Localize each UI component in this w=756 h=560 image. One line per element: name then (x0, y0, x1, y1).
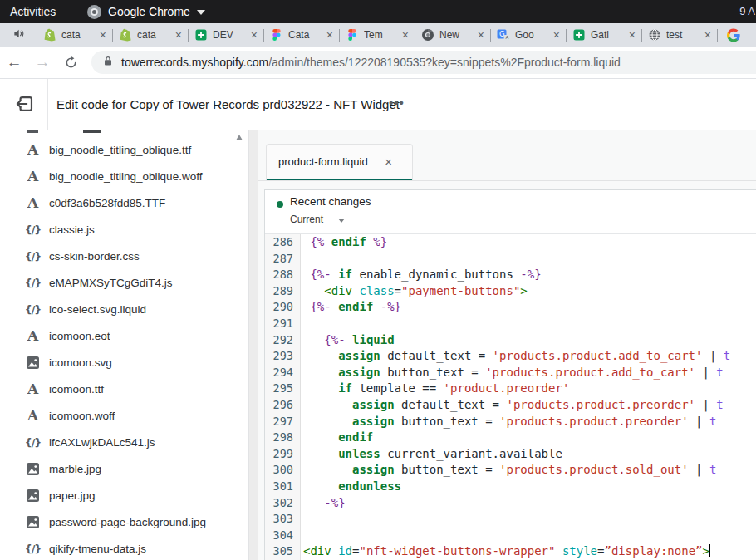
file-list-item[interactable]: Abig_noodle_titling_oblique.ttf (0, 136, 248, 163)
file-name: icomoon.svg (49, 356, 112, 369)
image-file-icon (26, 463, 40, 475)
file-name: icomoon.ttf (49, 383, 104, 395)
line-number: 299 (265, 446, 300, 463)
lock-icon[interactable] (103, 55, 113, 70)
line-number: 293 (265, 348, 300, 365)
chevron-down-icon[interactable] (338, 219, 345, 223)
exit-code-editor-button[interactable] (15, 94, 35, 114)
file-list-item[interactable]: {/}lfcAXLwjkDALc541.js (0, 429, 248, 455)
file-list-item[interactable]: Aicomoon.woff (0, 402, 248, 429)
tab-title: Gati (591, 28, 624, 42)
url-text: towerrecords.myshopify.com/admin/themes/… (121, 56, 621, 69)
browser-tab[interactable]: cata× (113, 23, 188, 47)
tab-title: Tem (364, 28, 397, 42)
code-line[interactable]: assign default_text = 'products.product.… (303, 348, 756, 365)
browser-tab[interactable] (718, 28, 755, 42)
file-list-item[interactable]: paper.jpg (0, 482, 248, 508)
scrollbar-up-arrow-icon[interactable] (236, 135, 243, 140)
browser-tab[interactable]: Cata× (264, 23, 339, 47)
code-line[interactable]: assign default_text = 'products.product.… (303, 397, 756, 414)
browser-tab[interactable]: cata× (37, 23, 112, 47)
code-line[interactable]: {%- endif -%} (303, 299, 756, 316)
line-number: 303 (265, 511, 300, 528)
browser-tab[interactable]: test× (642, 23, 717, 47)
line-number: 298 (265, 430, 300, 446)
line-number: 294 (265, 365, 300, 381)
code-line[interactable]: endunless (303, 479, 756, 495)
browser-tab[interactable]: DEV× (189, 23, 263, 47)
code-line[interactable]: endif (303, 430, 756, 446)
file-list-item[interactable]: Ac0df3a6b528fdd85.TTF (0, 189, 248, 216)
code-line[interactable]: <div class="payment-buttons"> (303, 283, 756, 300)
file-list-item[interactable]: {/}qikify-tmenu-data.js (0, 535, 248, 560)
url-bar[interactable]: towerrecords.myshopify.com/admin/themes/… (91, 51, 756, 74)
code-line[interactable]: if template == 'product.preorder' (303, 381, 756, 397)
file-list-item[interactable]: {/}classie.js (0, 216, 248, 243)
code-area[interactable]: 2862872882892902912922932942952962972982… (265, 234, 756, 560)
code-lines[interactable]: {% endif %} {%- if enable_dynamic_button… (301, 234, 756, 560)
forward-button[interactable]: → (28, 53, 56, 71)
browser-tab[interactable]: Gati× (567, 23, 641, 47)
file-list-item[interactable]: {/}ico-select.svg.liquid (0, 296, 248, 322)
tab-close-button[interactable]: × (478, 29, 484, 41)
file-list-item[interactable]: password-page-background.jpg (0, 508, 248, 535)
tab-title-fade (159, 28, 170, 42)
code-line[interactable]: <div id="nft-widget-buttons-wrapper" sty… (303, 543, 756, 560)
file-list-item[interactable]: marble.jpg (0, 455, 248, 482)
editor-tab-close-button[interactable]: × (385, 145, 392, 179)
page-title: Edit code for Copy of Tower Records prd0… (56, 79, 400, 130)
code-line[interactable]: unless current_variant.available (303, 446, 756, 463)
tab-close-button[interactable]: × (100, 29, 106, 41)
tab-close-button[interactable]: × (553, 29, 560, 41)
audio-indicator (0, 27, 37, 43)
code-file-icon: {/} (26, 224, 40, 236)
code-line[interactable]: assign button_text = 'products.product.p… (303, 414, 756, 430)
file-list-item[interactable]: {/}cs-skin-border.css (0, 243, 248, 269)
more-actions-button[interactable]: ••• (389, 79, 405, 127)
tab-title: Goo (515, 28, 548, 42)
code-line[interactable]: assign button_text = 'products.product.a… (303, 365, 756, 381)
code-line[interactable] (303, 511, 756, 528)
editor-header: Recent changes Current (265, 190, 756, 234)
editor-file-tab[interactable]: product-form.liquid × (266, 144, 413, 181)
tab-close-button[interactable]: × (704, 29, 711, 41)
file-name: classie.js (49, 224, 95, 236)
sheets-icon (572, 28, 586, 42)
code-line[interactable] (303, 528, 756, 544)
tab-close-button[interactable]: × (251, 29, 258, 41)
app-menu[interactable]: Google Chrome (87, 0, 205, 23)
file-list-item[interactable]: Aicomoon.eot (0, 322, 248, 349)
code-line[interactable]: assign button_text = 'products.product.s… (303, 462, 756, 479)
editor-tab-label: product-form.liquid (278, 145, 368, 179)
tab-close-button[interactable]: × (629, 29, 636, 41)
code-file-icon: {/} (26, 250, 40, 263)
code-line[interactable] (303, 251, 756, 268)
tab-title-fade (310, 28, 322, 42)
browser-tab[interactable]: Tem× (340, 23, 415, 47)
version-dropdown[interactable]: Current (290, 214, 323, 225)
browser-tab[interactable]: New× (415, 23, 490, 47)
file-list-item[interactable]: icomoon.svg (0, 349, 248, 376)
font-file-icon: A (26, 382, 40, 396)
file-list-item[interactable]: Abig_noodle_titling_oblique.woff (0, 163, 248, 189)
back-button[interactable]: ← (0, 53, 28, 71)
file-list-item[interactable]: {/}eMAPMXSyTCgGdiT4.js (0, 269, 248, 296)
activities-button[interactable]: Activities (10, 0, 56, 23)
code-line[interactable]: {% endif %} (303, 234, 756, 251)
file-name: eMAPMXSyTCgGdiT4.js (49, 277, 173, 289)
file-list-item[interactable]: Aicomoon.ttf (0, 376, 248, 402)
file-name: big_noodle_titling_oblique.woff (49, 170, 202, 183)
code-line[interactable] (303, 316, 756, 332)
tab-close-button[interactable]: × (326, 29, 333, 41)
tab-close-button[interactable]: × (402, 29, 409, 41)
browser-tab[interactable]: GAGoo× (491, 23, 566, 47)
code-line[interactable]: {%- liquid (303, 332, 756, 349)
file-name: lfcAXLwjkDALc541.js (49, 436, 155, 449)
code-line[interactable]: -%} (303, 495, 756, 512)
code-line[interactable]: {%- if enable_dynamic_buttons -%} (303, 267, 756, 283)
line-number: 288 (265, 267, 300, 283)
tab-row-divider (258, 180, 756, 181)
reload-button[interactable] (56, 53, 85, 71)
line-number: 296 (265, 397, 300, 414)
tab-close-button[interactable]: × (175, 29, 182, 41)
